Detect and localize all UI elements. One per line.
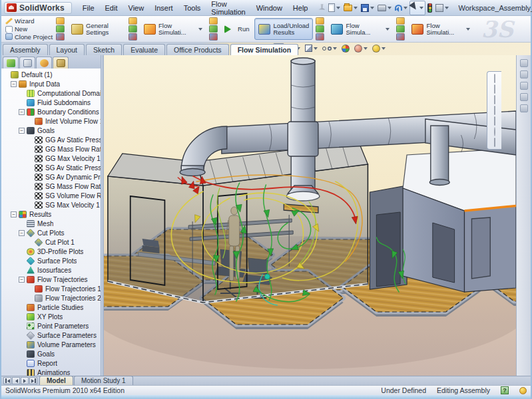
undo-button[interactable] [394,3,409,12]
expand-collapse-box[interactable]: − [19,128,25,134]
new-document-button[interactable] [327,2,342,13]
open-document-button[interactable] [342,3,359,13]
tree-item[interactable]: SG Max Velocity 1 [3,200,101,209]
tree-item[interactable]: Mesh [3,219,101,228]
run-button[interactable]: Run [220,18,253,40]
apply-scene-button[interactable] [353,44,369,53]
scroll-first-button[interactable] [3,377,11,384]
hidden-lines-button[interactable] [304,44,319,53]
task-pane-tab-appearances[interactable] [494,117,495,125]
tree-item[interactable]: Cut Plot 1 [3,237,101,247]
tab-flow-simulation[interactable]: Flow Simulation [230,44,299,55]
tab-layout[interactable]: Layout [49,44,85,55]
tree-item[interactable]: Inlet Volume Flow 1 [3,116,101,126]
tree-item[interactable]: XY Plots [3,312,101,321]
tab-sketch[interactable]: Sketch [86,44,122,55]
menu-edit[interactable]: Edit [100,2,123,14]
menu-tools[interactable]: Tools [178,2,206,14]
toolbar-icon-cluster[interactable] [314,17,326,41]
tree-item[interactable]: SG Av Static Pressur [3,163,101,172]
toolbar-icon-cluster[interactable] [207,17,220,41]
tree-item[interactable]: −Boundary Conditions [3,107,101,116]
menu-insert[interactable]: Insert [149,2,178,14]
tree-item[interactable]: Flow Trajectories 2 [3,293,101,303]
scroll-right-button[interactable] [21,377,29,384]
select-button[interactable] [409,1,425,15]
panel-tab-configuration-manager[interactable] [36,57,52,68]
toolbar-icon-cluster[interactable] [394,17,407,41]
new-project-button[interactable]: New [5,25,53,33]
toolbar-icon-cluster[interactable] [127,17,139,41]
panel-tab-property-manager[interactable] [19,57,35,68]
menu-view[interactable]: View [123,2,150,14]
tree-item[interactable]: GG Av Static Pressur [3,135,101,144]
tree-item[interactable]: Isosurfaces [3,265,101,275]
scroll-left-button[interactable] [12,377,20,384]
tree-item[interactable]: Computational Domain [3,88,101,98]
task-pane-tab-scene[interactable] [494,128,495,136]
general-settings-button[interactable]: General Settings [67,18,126,40]
tree-item[interactable]: Goals [3,349,101,358]
menu-window[interactable]: Window [251,2,288,14]
tree-item[interactable]: SG Mass Flow Rate 1 [3,182,101,191]
hide-show-items-button[interactable] [321,46,338,51]
tree-item[interactable]: GG Mass Flow Rate 1 [3,144,101,154]
print-button[interactable] [376,3,393,13]
graphics-viewport[interactable] [104,55,516,376]
tree-item[interactable]: Surface Plots [3,256,101,265]
tree-item[interactable]: SG Volume Flow Rat [3,191,101,200]
sheet-tab-motion-study-1[interactable]: Motion Study 1 [74,376,133,385]
tree-item[interactable]: Animations [3,368,101,376]
tree-item[interactable]: Point Parameters [3,321,101,331]
task-pane-tab-custom-properties[interactable] [494,138,495,146]
pin-menu-button[interactable] [317,3,326,13]
tree-item[interactable]: GG Max Velocity 1 [3,154,101,163]
task-pane-tab-view-palette[interactable] [494,106,495,114]
tree-item[interactable]: −Goals [3,126,101,135]
save-button[interactable] [360,3,376,13]
task-pane-tab-resources[interactable] [494,74,495,82]
expand-collapse-box[interactable]: − [19,109,25,115]
tab-office-products[interactable]: Office Products [166,44,229,55]
menu-flow-simulation[interactable]: Flow Simulation [206,0,250,18]
task-pane-collapsed-strip[interactable] [516,55,531,376]
edit-appearance-button[interactable] [340,44,351,53]
flow-simulation-button-1[interactable]: Flow Simulati... [140,18,206,40]
tree-item[interactable]: Volume Parameters [3,340,101,349]
tree-item[interactable]: Surface Parameters [3,331,101,340]
expand-collapse-box[interactable]: − [19,230,25,236]
toolbar-icon-cluster[interactable] [54,17,67,41]
tab-assembly[interactable]: Assembly [3,44,48,55]
tree-item[interactable]: 3D-Profile Plots [3,247,101,256]
flow-simulation-button-3[interactable]: Flow Simulati... [407,18,474,40]
tree-item[interactable]: Fluid Subdomains [3,98,101,107]
tree-item[interactable]: Report [3,358,101,368]
tree-item[interactable]: SG Av Dynamic Pres [3,172,101,182]
clone-project-button[interactable]: Clone Project [5,33,53,41]
task-pane-tab-design-library[interactable] [494,85,495,93]
view-settings-button[interactable] [371,44,387,53]
expand-collapse-box[interactable]: − [11,81,17,87]
tree-item[interactable]: −Results [3,209,101,219]
tab-evaluate[interactable]: Evaluate [123,44,165,55]
scroll-last-button[interactable] [29,377,37,384]
tree-item[interactable]: −Cut Plots [3,228,101,237]
flow-simulation-button-2[interactable]: Flow Simula... [327,18,394,40]
expand-collapse-box[interactable]: − [19,277,25,283]
menu-help[interactable]: Help [288,2,314,14]
wizard-button[interactable]: Wizard [5,17,53,25]
tree-item[interactable]: Default (1) [3,70,101,79]
rebuild-button[interactable] [426,2,433,14]
sheet-tab-model[interactable]: Model [39,376,73,385]
options-button[interactable] [434,3,450,13]
task-pane-tab-file-explorer[interactable] [494,96,495,104]
tree-item[interactable]: −Flow Trajectories [3,275,101,284]
menu-file[interactable]: File [77,2,100,14]
expand-collapse-box[interactable]: − [11,211,17,217]
panel-tab-flow-simulation-tree[interactable] [53,57,69,68]
panel-tab-feature-manager[interactable] [3,57,19,68]
tree-item[interactable]: Particle Studies [3,303,101,312]
tree-item[interactable]: −Input Data [3,79,101,88]
tree-item[interactable]: Flow Trajectories 1 [3,284,101,293]
load-unload-results-button[interactable]: Load/Unload Results [254,18,313,40]
